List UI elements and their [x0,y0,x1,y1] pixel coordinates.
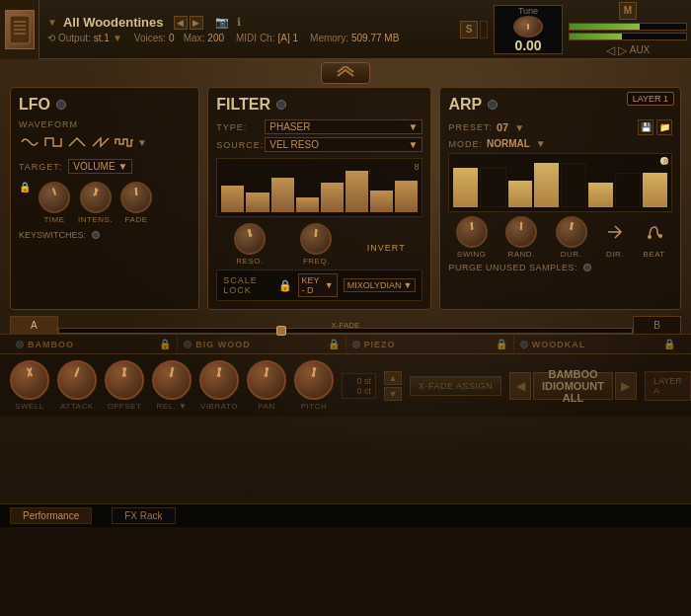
attack-label: ATTACK [60,402,93,411]
pitch-group: PITCH [294,360,334,411]
intens-knob-group: INTENS. [78,182,113,224]
vibrato-knob[interactable] [199,360,239,400]
wave-sine[interactable] [19,133,40,151]
intens-knob[interactable] [80,182,112,213]
collapse-button[interactable] [321,62,370,84]
bigwood-lock-icon[interactable]: 🔒 [328,339,340,349]
arp-folder-icon[interactable]: 📁 [656,119,672,135]
performance-tab[interactable]: Performance [10,507,92,524]
target-label: TARGET: [19,162,62,172]
waveform-label: WAVEFORM [19,119,191,129]
voices-value: 0 [169,33,175,43]
bamboo-led[interactable] [16,341,24,348]
filter-title: FILTER [216,96,270,114]
bamboo-lock-icon[interactable]: 🔒 [159,339,171,349]
woodkal-led[interactable] [520,341,528,348]
arp-save-icon[interactable]: 💾 [638,119,653,135]
type-select[interactable]: PHASER ▼ [265,119,422,134]
nav-next-button[interactable]: ▶ [190,16,203,30]
output-dropdown[interactable]: ▼ [113,33,122,43]
xfade-handle[interactable] [276,326,286,336]
freq-label: FREQ. [303,257,330,266]
purge-samples-led[interactable] [583,264,591,271]
lfo-lock-icon[interactable]: 🔒 [19,182,31,224]
layer-a-button[interactable]: LAYER A [645,371,691,401]
invert-group: INVERT [367,223,406,266]
swell-label: SWELL [15,402,44,411]
scale-lock-label: SCALE LOCK [223,275,271,295]
title-dropdown-icon[interactable]: ▼ [47,17,57,28]
waveform-dropdown[interactable]: ▼ [137,137,147,148]
pan-label: PAN [258,402,274,411]
swell-knob[interactable] [10,360,49,400]
arp-preset-dropdown[interactable]: ▼ [514,122,524,133]
tune-display: Tune 0.00 [494,5,563,54]
piezo-name: PIEZO [364,340,492,349]
lfo-knob-row: 🔒 TIME INTENS. FADE [19,182,191,224]
layer-tab-a[interactable]: A [10,316,58,334]
lfo-power-led[interactable] [56,100,66,110]
wave-sawtooth[interactable] [90,133,112,151]
target-row: TARGET: VOLUME ▼ [19,159,191,174]
piezo-led[interactable] [352,341,360,348]
filter-knobs-row: RESO. FREQ. INVERT [216,223,422,266]
target-select[interactable]: VOLUME ▼ [68,159,132,174]
arp-power-led[interactable] [488,100,498,110]
pitch-up-button[interactable]: ▲ [384,371,402,385]
arp-bar-3 [508,181,533,208]
rand-knob[interactable] [505,216,537,248]
attack-knob[interactable] [57,360,97,400]
keyswitches-led[interactable] [92,231,100,239]
swing-knob[interactable] [456,216,488,248]
preset-next-button[interactable]: ▶ [615,372,637,400]
preset-prev-button[interactable]: ◀ [509,372,531,400]
tune-value: 0.00 [514,38,541,53]
collapse-bar [0,59,691,87]
bamboo-name: BAMBOO [28,340,155,349]
fade-knob[interactable] [120,182,152,213]
info-icon[interactable]: ℹ [237,16,241,29]
rand-label: RAND. [507,250,534,259]
arp-mode-dropdown[interactable]: ▼ [536,138,546,149]
pan-group: PAN [247,360,286,411]
key-select[interactable]: KEY - D ▼ [298,273,338,297]
piezo-lock-icon[interactable]: 🔒 [496,339,507,349]
offset-knob[interactable] [105,360,144,400]
purge-samples-row: PURGE UNUSED SAMPLES: [448,263,672,272]
camera-icon[interactable]: 📷 [215,16,229,29]
midi-label: MIDI Ch: [236,33,274,43]
invert-label[interactable]: INVERT [367,243,406,255]
wave-random[interactable] [114,133,135,151]
filter-bar-5 [321,183,344,212]
wave-square[interactable] [42,133,64,151]
pitch-knob[interactable] [294,360,334,400]
layer-tab-b[interactable]: B [633,316,681,334]
scale-lock-icon[interactable]: 🔒 [278,279,292,292]
filter-bar-4 [296,197,319,212]
nav-prev-button[interactable]: ◀ [174,16,188,30]
filter-bar-1 [221,186,244,213]
wave-triangle[interactable] [66,133,88,151]
fx-rack-tab[interactable]: FX Rack [112,507,175,524]
waveform-selector: ▼ [19,133,191,151]
memory-label: Memory: [310,33,348,43]
bigwood-led[interactable] [184,341,192,348]
woodkal-lock-icon[interactable]: 🔒 [663,339,675,349]
pitch-down-button[interactable]: ▼ [384,387,402,401]
purge-samples-label: PURGE UNUSED SAMPLES: [448,263,577,272]
source-select[interactable]: VEL RESO ▼ [265,137,422,152]
reso-knob[interactable] [234,223,266,255]
s-button[interactable]: S [460,21,478,38]
m-button[interactable]: M [619,2,637,20]
filter-power-led[interactable] [276,100,286,110]
intens-label: INTENS. [78,215,113,224]
freq-knob[interactable] [300,223,332,255]
dur-knob[interactable] [556,216,587,248]
scale-select[interactable]: MIXOLYDIAN ▼ [344,278,417,292]
attack-group: ATTACK [57,360,97,411]
pan-knob[interactable] [247,360,286,400]
rel-knob[interactable] [152,360,192,400]
xfade-assign-button[interactable]: X-FADE ASSIGN [410,376,501,396]
tune-knob[interactable] [513,16,543,38]
time-knob[interactable] [38,182,70,213]
